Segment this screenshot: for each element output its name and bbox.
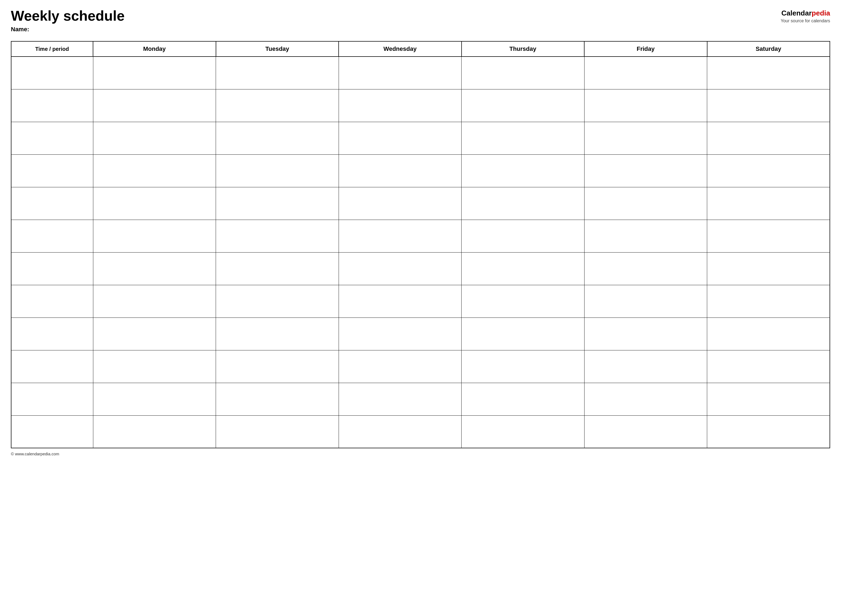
day-cell[interactable] xyxy=(462,89,585,122)
logo-text: Calendarpedia xyxy=(781,8,830,18)
logo-calendar: Calendar xyxy=(781,9,812,17)
day-cell[interactable] xyxy=(707,285,830,318)
day-cell[interactable] xyxy=(339,154,462,187)
day-cell[interactable] xyxy=(339,285,462,318)
table-header-row: Time / period Monday Tuesday Wednesday T… xyxy=(11,41,830,57)
day-cell[interactable] xyxy=(93,57,216,89)
table-row xyxy=(11,285,830,318)
name-label: Name: xyxy=(11,26,125,33)
day-cell[interactable] xyxy=(584,57,707,89)
time-cell[interactable] xyxy=(11,154,93,187)
time-cell[interactable] xyxy=(11,57,93,89)
day-cell[interactable] xyxy=(339,89,462,122)
day-cell[interactable] xyxy=(93,220,216,252)
day-cell[interactable] xyxy=(707,57,830,89)
day-cell[interactable] xyxy=(707,220,830,252)
logo-tagline: Your source for calendars xyxy=(781,18,830,24)
time-cell[interactable] xyxy=(11,350,93,383)
day-cell[interactable] xyxy=(462,57,585,89)
day-cell[interactable] xyxy=(93,318,216,350)
time-cell[interactable] xyxy=(11,187,93,220)
day-cell[interactable] xyxy=(93,89,216,122)
day-cell[interactable] xyxy=(707,415,830,448)
day-cell[interactable] xyxy=(216,57,339,89)
day-cell[interactable] xyxy=(216,122,339,154)
day-cell[interactable] xyxy=(93,154,216,187)
time-cell[interactable] xyxy=(11,415,93,448)
col-header-saturday: Saturday xyxy=(707,41,830,57)
day-cell[interactable] xyxy=(707,252,830,285)
day-cell[interactable] xyxy=(339,350,462,383)
day-cell[interactable] xyxy=(216,252,339,285)
day-cell[interactable] xyxy=(707,350,830,383)
time-cell[interactable] xyxy=(11,318,93,350)
day-cell[interactable] xyxy=(584,285,707,318)
day-cell[interactable] xyxy=(93,187,216,220)
day-cell[interactable] xyxy=(584,187,707,220)
day-cell[interactable] xyxy=(93,285,216,318)
day-cell[interactable] xyxy=(462,350,585,383)
day-cell[interactable] xyxy=(707,154,830,187)
day-cell[interactable] xyxy=(339,57,462,89)
day-cell[interactable] xyxy=(339,122,462,154)
day-cell[interactable] xyxy=(584,318,707,350)
day-cell[interactable] xyxy=(216,350,339,383)
day-cell[interactable] xyxy=(707,318,830,350)
day-cell[interactable] xyxy=(339,318,462,350)
day-cell[interactable] xyxy=(462,318,585,350)
day-cell[interactable] xyxy=(584,89,707,122)
day-cell[interactable] xyxy=(216,187,339,220)
day-cell[interactable] xyxy=(462,383,585,415)
day-cell[interactable] xyxy=(584,154,707,187)
day-cell[interactable] xyxy=(462,122,585,154)
day-cell[interactable] xyxy=(93,252,216,285)
table-row xyxy=(11,350,830,383)
day-cell[interactable] xyxy=(584,220,707,252)
time-cell[interactable] xyxy=(11,252,93,285)
day-cell[interactable] xyxy=(93,415,216,448)
day-cell[interactable] xyxy=(462,415,585,448)
table-row xyxy=(11,154,830,187)
day-cell[interactable] xyxy=(339,187,462,220)
day-cell[interactable] xyxy=(584,122,707,154)
day-cell[interactable] xyxy=(93,350,216,383)
table-row xyxy=(11,252,830,285)
day-cell[interactable] xyxy=(339,383,462,415)
time-cell[interactable] xyxy=(11,220,93,252)
day-cell[interactable] xyxy=(707,187,830,220)
day-cell[interactable] xyxy=(93,383,216,415)
day-cell[interactable] xyxy=(216,318,339,350)
day-cell[interactable] xyxy=(584,252,707,285)
day-cell[interactable] xyxy=(216,89,339,122)
day-cell[interactable] xyxy=(584,415,707,448)
day-cell[interactable] xyxy=(462,285,585,318)
day-cell[interactable] xyxy=(216,154,339,187)
day-cell[interactable] xyxy=(462,154,585,187)
col-header-tuesday: Tuesday xyxy=(216,41,339,57)
day-cell[interactable] xyxy=(707,383,830,415)
table-row xyxy=(11,89,830,122)
day-cell[interactable] xyxy=(462,220,585,252)
time-cell[interactable] xyxy=(11,383,93,415)
day-cell[interactable] xyxy=(462,252,585,285)
day-cell[interactable] xyxy=(462,187,585,220)
table-row xyxy=(11,220,830,252)
col-header-time: Time / period xyxy=(11,41,93,57)
day-cell[interactable] xyxy=(584,383,707,415)
day-cell[interactable] xyxy=(216,285,339,318)
day-cell[interactable] xyxy=(216,415,339,448)
time-cell[interactable] xyxy=(11,89,93,122)
day-cell[interactable] xyxy=(339,415,462,448)
day-cell[interactable] xyxy=(707,89,830,122)
day-cell[interactable] xyxy=(216,220,339,252)
table-row xyxy=(11,415,830,448)
time-cell[interactable] xyxy=(11,285,93,318)
day-cell[interactable] xyxy=(584,350,707,383)
time-cell[interactable] xyxy=(11,122,93,154)
col-header-friday: Friday xyxy=(584,41,707,57)
day-cell[interactable] xyxy=(707,122,830,154)
day-cell[interactable] xyxy=(93,122,216,154)
day-cell[interactable] xyxy=(339,220,462,252)
day-cell[interactable] xyxy=(339,252,462,285)
day-cell[interactable] xyxy=(216,383,339,415)
